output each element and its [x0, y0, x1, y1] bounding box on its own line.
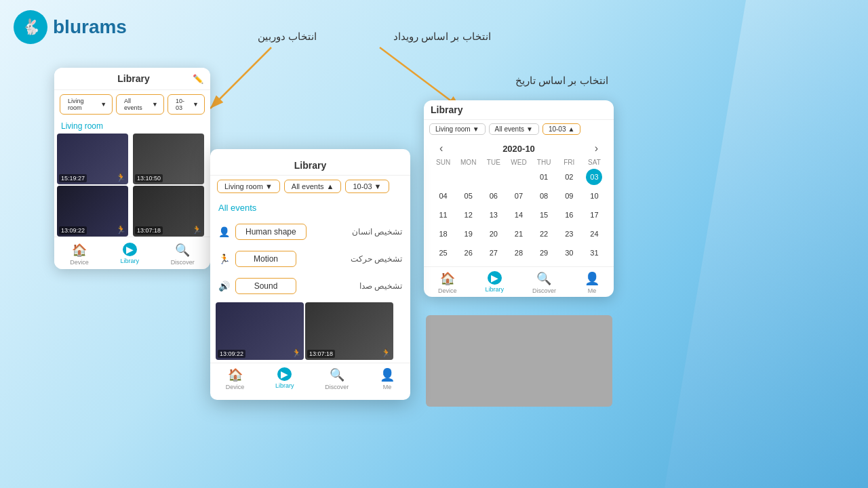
cal-day-16[interactable]: 16 — [561, 207, 577, 223]
cal-day-08[interactable]: 08 — [536, 188, 552, 204]
dropdown-nav-me[interactable]: 👤 Me — [380, 367, 395, 390]
nav-device[interactable]: 🏠 Device — [70, 243, 89, 266]
dd-library-icon: ▶ — [277, 367, 292, 381]
cal-day-03[interactable]: 03 — [586, 169, 602, 185]
filter-events[interactable]: All events▼ — [116, 94, 164, 115]
cal-day-31[interactable]: 31 — [586, 245, 602, 261]
cal-day-17[interactable]: 17 — [586, 207, 602, 223]
video-time-3: 13:09:22 — [59, 226, 87, 235]
video-time-4: 13:07:18 — [135, 226, 163, 235]
motion-box[interactable]: Motion — [235, 251, 296, 267]
phone-left-filters: Living room▼ All events▼ 10-03▼ — [54, 90, 210, 119]
cal-day-07[interactable]: 07 — [511, 188, 527, 204]
phone-left-title: Library — [75, 73, 193, 84]
cal-filter-camera[interactable]: Living room ▼ — [429, 123, 486, 135]
cal-day-25[interactable]: 25 — [435, 245, 452, 261]
dropdown-filter-row: Living room ▼ All events ▲ 10-03 ▼ — [210, 176, 410, 197]
cal-day-24[interactable]: 24 — [586, 226, 602, 242]
cal-nav-me[interactable]: 👤 Me — [585, 271, 599, 294]
cal-day-02[interactable]: 02 — [561, 169, 577, 185]
dropdown-nav-device[interactable]: 🏠 Device — [226, 367, 245, 390]
event-item-human[interactable]: 👤 Human shape تشخیص انسان — [210, 218, 410, 245]
annotation-date: انتخاب بر اساس تاریخ — [515, 75, 608, 87]
svg-line-1 — [210, 47, 271, 108]
cal-day-27[interactable]: 27 — [486, 245, 502, 261]
cal-prev-btn[interactable]: ‹ — [434, 141, 448, 156]
video-thumb-1[interactable]: 15:19:27 🏃 — [57, 134, 128, 184]
dropdown-filter-date[interactable]: 10-03 ▼ — [345, 180, 389, 193]
cal-day-04[interactable]: 04 — [435, 188, 452, 204]
cal-day-14[interactable]: 14 — [511, 207, 527, 223]
event-item-motion[interactable]: 🏃 Motion تشخیص حرکت — [210, 245, 410, 272]
cal-day-28[interactable]: 28 — [511, 245, 527, 261]
cal-month-label: 2020-10 — [502, 144, 535, 154]
dropdown-nav-library[interactable]: ▶ Library — [275, 367, 294, 390]
calendar-grid: SUN MON TUE WED THU FRI SAT 01 02 03 04 … — [424, 159, 614, 266]
cal-day-05[interactable]: 05 — [460, 188, 477, 204]
nav-discover[interactable]: 🔍 Discover — [171, 243, 195, 266]
discover-icon: 🔍 — [175, 243, 190, 258]
dropdown-title: Library — [218, 160, 402, 171]
filter-camera[interactable]: Living room▼ — [60, 94, 113, 115]
cal-day-11[interactable]: 11 — [435, 207, 452, 223]
cal-filter-events[interactable]: All events ▼ — [489, 123, 539, 135]
cal-day-empty — [486, 169, 502, 185]
cal-day-21[interactable]: 21 — [511, 226, 527, 242]
event-item-sound[interactable]: 🔊 Sound تشخیص صدا — [210, 272, 410, 300]
human-shape-icon: 👤 — [218, 226, 230, 237]
calendar-nav: ‹ 2020-10 › — [424, 138, 614, 159]
dropdown-vtime-2: 13:07:18 — [307, 350, 335, 358]
cal-day-30[interactable]: 30 — [561, 245, 577, 261]
cal-day-09[interactable]: 09 — [561, 188, 577, 204]
cal-day-06[interactable]: 06 — [486, 188, 502, 204]
logo-icon: 🐇 — [14, 10, 47, 44]
cal-day-01[interactable]: 01 — [536, 169, 552, 185]
video-thumb-2[interactable]: 13:10:50 — [133, 134, 204, 184]
cal-day-12[interactable]: 12 — [460, 207, 477, 223]
annotation-event: انتخاب بر اساس رویداد — [393, 30, 491, 43]
cal-nav-device[interactable]: 🏠 Device — [438, 271, 457, 294]
dropdown-vtime-1: 13:09:22 — [218, 350, 245, 358]
annotation-camera: انتخاب دوربین — [258, 30, 317, 43]
cal-filter-date[interactable]: 10-03 ▲ — [542, 123, 580, 135]
cal-nav-discover[interactable]: 🔍 Discover — [532, 271, 556, 294]
phone-left: Library ✏️ Living room▼ All events▼ 10-0… — [54, 68, 210, 269]
cal-discover-icon: 🔍 — [536, 271, 551, 286]
cal-day-19[interactable]: 19 — [460, 226, 477, 242]
header-wed: WED — [506, 159, 531, 166]
header-mon: MON — [456, 159, 481, 166]
dropdown-filter-camera[interactable]: Living room ▼ — [217, 180, 280, 193]
cal-day-20[interactable]: 20 — [486, 226, 502, 242]
dropdown-filter-events[interactable]: All events ▲ — [284, 180, 342, 193]
section-label: Living room — [54, 119, 210, 134]
filter-date[interactable]: 10-03▼ — [167, 94, 205, 115]
cal-day-15[interactable]: 15 — [536, 207, 552, 223]
cal-day-10[interactable]: 10 — [586, 188, 602, 204]
calendar-bottom-nav: 🏠 Device ▶ Library 🔍 Discover 👤 Me — [424, 266, 614, 297]
human-shape-box[interactable]: Human shape — [235, 224, 307, 240]
video-thumb-3[interactable]: 13:09:22 🏃 — [57, 186, 128, 237]
cal-day-29[interactable]: 29 — [536, 245, 552, 261]
cal-next-btn[interactable]: › — [589, 141, 604, 156]
nav-library[interactable]: ▶ Library — [120, 243, 139, 266]
cal-day-26[interactable]: 26 — [460, 245, 477, 261]
cal-day-18[interactable]: 18 — [435, 226, 452, 242]
sound-box[interactable]: Sound — [235, 278, 296, 294]
motion-icon-1: 🏃 — [116, 173, 126, 182]
cal-day-13[interactable]: 13 — [486, 207, 502, 223]
calendar-header: Library — [424, 100, 614, 120]
cal-nav-library[interactable]: ▶ Library — [485, 271, 504, 294]
dd-device-icon: 🏠 — [228, 367, 243, 382]
cal-day-empty — [435, 169, 452, 185]
cal-day-empty — [460, 169, 477, 185]
dropdown-video-1[interactable]: 13:09:22 🏃 — [216, 302, 304, 360]
dropdown-video-2[interactable]: 13:07:18 🏃 — [305, 302, 393, 360]
video-thumb-4[interactable]: 13:07:18 🏃 — [133, 186, 204, 237]
cal-day-22[interactable]: 22 — [536, 226, 552, 242]
cal-day-23[interactable]: 23 — [561, 226, 577, 242]
cal-device-icon: 🏠 — [440, 271, 455, 286]
dropdown-micon-1: 🏃 — [292, 348, 302, 358]
header-fri: FRI — [557, 159, 582, 166]
dropdown-nav-discover[interactable]: 🔍 Discover — [325, 367, 349, 390]
video-time-1: 15:19:27 — [59, 174, 87, 182]
